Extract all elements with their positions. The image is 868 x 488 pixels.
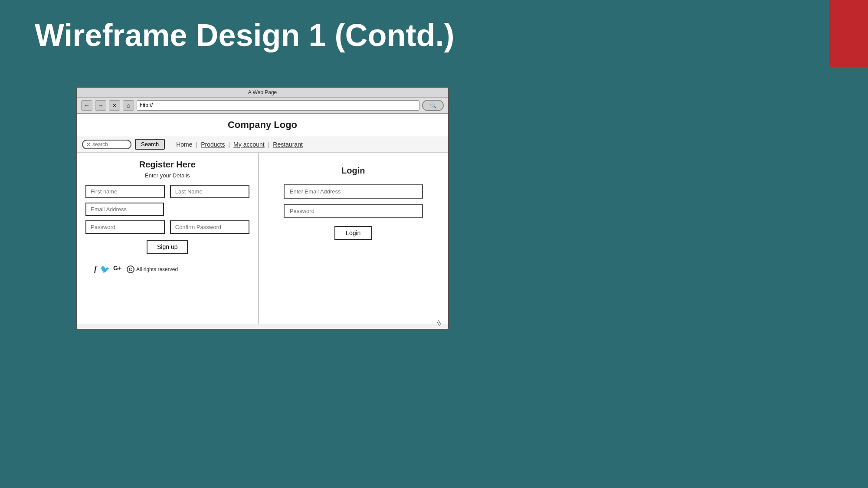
- browser-window: A Web Page ← → ✕ ⌂ 🔍 Company Logo ⊙ Sear…: [76, 87, 449, 330]
- close-button[interactable]: ✕: [109, 100, 120, 111]
- page-title: Wireframe Design 1 (Contd.): [35, 17, 454, 53]
- company-logo-header: Company Logo: [77, 114, 448, 136]
- last-name-input[interactable]: [170, 185, 249, 198]
- copyright-text: All rights reserved: [136, 266, 178, 272]
- password-input[interactable]: [85, 220, 165, 234]
- browser-titlebar: A Web Page: [77, 88, 448, 98]
- login-password-input[interactable]: [284, 204, 423, 218]
- login-button[interactable]: Login: [334, 226, 372, 240]
- forward-button[interactable]: →: [95, 100, 106, 111]
- login-email-input[interactable]: [284, 184, 423, 199]
- red-accent-rectangle: [829, 0, 868, 67]
- nav-my-account[interactable]: My account: [230, 141, 268, 148]
- facebook-icon[interactable]: f: [94, 265, 97, 274]
- register-subtitle: Enter your Details: [85, 172, 249, 179]
- nav-links: Home | Products | My account | Restauran…: [173, 141, 306, 148]
- website-content: Company Logo ⊙ Search Home | Products | …: [77, 114, 448, 324]
- back-button[interactable]: ←: [81, 100, 92, 111]
- social-icons: f 🐦 G+: [94, 265, 121, 274]
- footer-section: f 🐦 G+ C All rights reserved: [85, 260, 249, 278]
- nav-home[interactable]: Home: [173, 141, 196, 148]
- company-logo-text: Company Logo: [228, 119, 297, 130]
- login-title: Login: [341, 166, 365, 176]
- search-icon: 🔍: [430, 102, 436, 108]
- copyright: C All rights reserved: [127, 265, 178, 273]
- url-bar[interactable]: [137, 100, 419, 111]
- home-button[interactable]: ⌂: [123, 100, 134, 111]
- search-input[interactable]: [92, 141, 127, 147]
- signup-button[interactable]: Sign up: [147, 240, 188, 254]
- twitter-icon[interactable]: 🐦: [100, 265, 110, 274]
- nav-bar: ⊙ Search Home | Products | My account | …: [77, 136, 448, 153]
- email-row: [85, 203, 249, 216]
- password-row: [85, 220, 249, 234]
- register-title: Register Here: [85, 160, 249, 170]
- browser-tab-title: A Web Page: [248, 89, 277, 95]
- name-row: [85, 185, 249, 198]
- first-name-input[interactable]: [85, 185, 165, 198]
- email-input[interactable]: [85, 203, 164, 216]
- googleplus-icon[interactable]: G+: [113, 265, 121, 274]
- browser-search-button[interactable]: 🔍: [422, 100, 444, 111]
- main-content: Register Here Enter your Details Sign up: [77, 153, 448, 324]
- browser-toolbar: ← → ✕ ⌂ 🔍: [77, 98, 448, 114]
- confirm-password-input[interactable]: [170, 220, 249, 234]
- search-button[interactable]: Search: [135, 139, 165, 150]
- register-section: Register Here Enter your Details Sign up: [77, 153, 259, 324]
- search-box: ⊙: [82, 140, 131, 149]
- nav-products[interactable]: Products: [197, 141, 228, 148]
- login-section: Login Login: [259, 153, 449, 324]
- copyright-circle: C: [127, 265, 134, 273]
- nav-restaurant[interactable]: Restaurant: [269, 141, 306, 148]
- search-icon: ⊙: [86, 141, 91, 147]
